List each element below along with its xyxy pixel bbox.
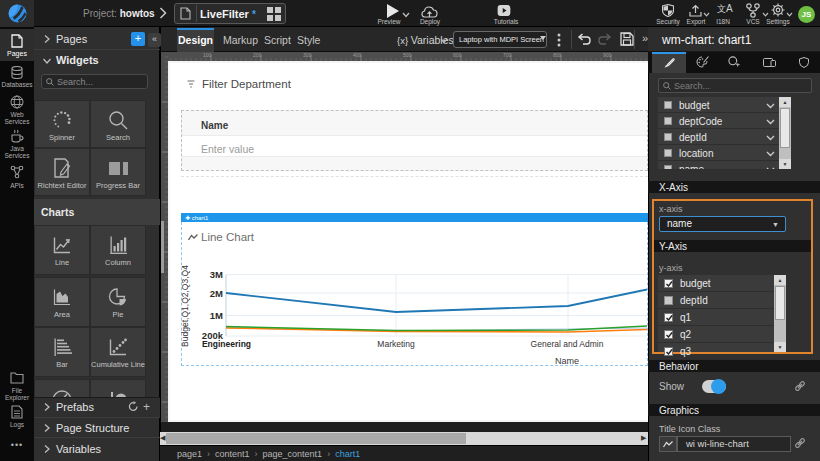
svg-text:700: 700 — [503, 52, 512, 58]
svg-text:2M: 2M — [210, 288, 223, 299]
svg-text:Name: Name — [555, 356, 579, 366]
svg-text:1M: 1M — [210, 310, 223, 321]
svg-text:100: 100 — [203, 52, 212, 58]
svg-text:900: 900 — [603, 52, 612, 58]
svg-text:Marketing: Marketing — [377, 339, 415, 349]
svg-text:Budget,Q1,Q2,Q3,Q4: Budget,Q1,Q2,Q3,Q4 — [181, 265, 190, 347]
svg-text:800: 800 — [553, 52, 562, 58]
svg-text:General and Admin: General and Admin — [531, 339, 604, 349]
svg-text:400: 400 — [353, 52, 362, 58]
svg-text:200: 200 — [253, 52, 262, 58]
svg-text:300: 300 — [303, 52, 312, 58]
svg-text:500: 500 — [403, 52, 412, 58]
svg-text:600: 600 — [453, 52, 462, 58]
svg-text:Engineering: Engineering — [202, 339, 251, 349]
svg-text:3M: 3M — [210, 269, 223, 280]
